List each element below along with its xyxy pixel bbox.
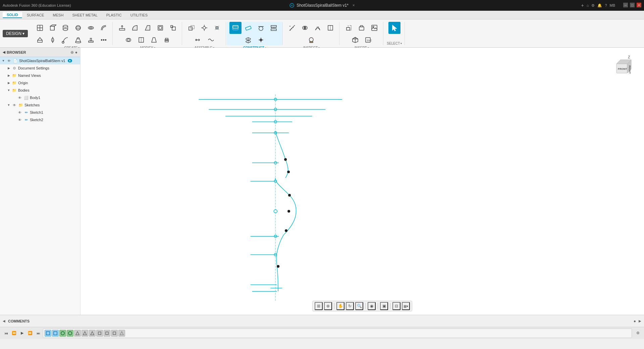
sketches-visibility-icon[interactable]: 👁 <box>12 102 17 108</box>
close-tab-icon[interactable]: × <box>353 3 355 8</box>
insert-svg-button[interactable]: SVG <box>362 34 374 46</box>
tree-item-sketch2[interactable]: 👁 ✏ Sketch2 <box>0 116 80 123</box>
sphere-button[interactable] <box>72 22 84 34</box>
box-button[interactable] <box>47 22 59 34</box>
point-at-vertex-button[interactable] <box>255 34 267 46</box>
timeline-settings-icon[interactable]: ⚙ <box>635 330 641 337</box>
tab-plastic[interactable]: PLASTIC <box>102 12 126 18</box>
comments-expand-icon[interactable]: ● <box>634 319 636 323</box>
section-analysis-button[interactable] <box>324 22 336 34</box>
tree-item-sketches[interactable]: ▼ 👁 📁 Sketches <box>0 101 80 109</box>
snap-button[interactable]: ⊕ <box>324 302 332 310</box>
press-pull-button[interactable] <box>116 22 128 34</box>
pan-button[interactable]: ✋ <box>336 302 344 310</box>
plane-at-angle-button[interactable] <box>242 22 254 34</box>
timeline-item-0[interactable] <box>45 330 51 337</box>
timeline-prev-button[interactable]: ⏪ <box>11 330 17 337</box>
home-icon[interactable]: ⌂ <box>587 3 589 7</box>
comments-collapse-icon[interactable]: ◀ <box>3 319 5 323</box>
decal-button[interactable] <box>356 22 368 34</box>
insert-mesh-button[interactable] <box>349 34 361 46</box>
timeline-item-6[interactable] <box>89 330 96 337</box>
comments-right-icon[interactable]: ▶ <box>639 319 641 323</box>
orbit-button[interactable]: ↻ <box>346 302 354 310</box>
timeline-item-4[interactable] <box>74 330 81 337</box>
user-icon[interactable]: MB <box>610 3 615 7</box>
interference-button[interactable] <box>299 22 311 34</box>
visual-style-button[interactable]: ▣ <box>380 302 388 310</box>
scale-button[interactable] <box>167 22 179 34</box>
tree-item-named-views[interactable]: ▶ 📁 Named Views <box>0 72 80 79</box>
browser-options-icon[interactable]: ● <box>75 50 77 55</box>
canvas-button[interactable] <box>368 22 380 34</box>
display-settings-button[interactable]: ◉ <box>368 302 376 310</box>
notifications-icon[interactable]: 🔔 <box>597 3 602 8</box>
timeline-start-button[interactable]: ⏮ <box>3 330 9 337</box>
insert-derive-button[interactable] <box>343 22 355 34</box>
minimize-button[interactable]: ─ <box>623 3 628 7</box>
select-group-label[interactable]: SELECT ▾ <box>387 42 402 45</box>
select-button[interactable] <box>388 22 400 34</box>
split-face-button[interactable] <box>135 34 147 46</box>
canvas-settings-button[interactable]: ⊟ <box>392 302 400 310</box>
viewport[interactable]: Z FRONT RIGHT .sketch-line { stroke: #00… <box>80 48 644 315</box>
tree-item-body1[interactable]: 👁 ⬜ Body1 <box>0 94 80 101</box>
tab-solid[interactable]: SOLID <box>3 12 22 18</box>
curvature-comb-button[interactable] <box>312 22 324 34</box>
tree-item-sketch1[interactable]: 👁 ✏ Sketch1 <box>0 109 80 116</box>
tab-mesh[interactable]: MESH <box>49 12 68 18</box>
new-component-button[interactable] <box>34 22 46 34</box>
tree-item-root[interactable]: ▼ 👁 📄 ShotGlassSpiralBallStem v1 ● <box>0 57 80 64</box>
sweep-button[interactable] <box>59 34 71 46</box>
settings-icon[interactable]: ⚙ <box>591 3 595 8</box>
zoom-button[interactable]: 🔍 <box>355 302 363 310</box>
cylinder-button[interactable] <box>59 22 71 34</box>
component-color-button[interactable] <box>305 34 317 46</box>
axis-through-cylinder-button[interactable] <box>242 34 254 46</box>
tangent-plane-button[interactable] <box>255 22 267 34</box>
grid-display-button[interactable]: ⊞ <box>315 302 323 310</box>
as-built-joint-button[interactable] <box>211 22 223 34</box>
draft-button[interactable] <box>148 34 160 46</box>
pipe-button[interactable] <box>98 22 110 34</box>
body1-visibility-icon[interactable]: 👁 <box>17 95 22 100</box>
tree-item-doc-settings[interactable]: ▶ ⚙ Document Settings <box>0 64 80 72</box>
tree-item-bodies[interactable]: ▼ 📁 Bodies <box>0 87 80 94</box>
browser-expand-icon[interactable]: ⊕ <box>70 50 74 55</box>
timeline-play-button[interactable]: ▶ <box>19 330 25 337</box>
tab-surface[interactable]: SURFACE <box>23 12 48 18</box>
sketch2-visibility-icon[interactable]: 👁 <box>17 117 22 122</box>
revolve-button[interactable] <box>47 34 59 46</box>
grid-settings-button[interactable]: ▦▾ <box>402 302 410 310</box>
timeline-next-button[interactable]: ⏩ <box>27 330 34 337</box>
design-dropdown[interactable]: DESIGN ▾ <box>3 30 28 37</box>
timeline-item-5[interactable] <box>82 330 88 337</box>
help-icon[interactable]: ? <box>605 3 607 7</box>
extrude-button[interactable] <box>34 34 46 46</box>
more-create-button[interactable] <box>98 34 110 46</box>
align-button[interactable] <box>161 34 173 46</box>
timeline-item-7[interactable] <box>96 330 103 337</box>
close-button[interactable]: ✕ <box>637 3 641 7</box>
chamfer-button[interactable] <box>142 22 154 34</box>
sketch1-visibility-icon[interactable]: 👁 <box>17 110 22 115</box>
add-tab-icon[interactable]: + <box>581 3 584 8</box>
motion-link-button[interactable] <box>205 34 217 46</box>
timeline-end-button[interactable]: ⏭ <box>35 330 42 337</box>
combine-button[interactable] <box>122 34 135 46</box>
joint-button[interactable] <box>198 22 210 34</box>
timeline-item-1[interactable] <box>52 330 59 337</box>
timeline-item-2[interactable] <box>59 330 66 337</box>
tab-sheet-metal[interactable]: SHEET METAL <box>68 12 101 18</box>
torus-button[interactable] <box>85 22 97 34</box>
browser-collapse-icon[interactable]: ◀ <box>3 50 5 54</box>
new-component-btn[interactable] <box>185 22 198 34</box>
tab-utilities[interactable]: UTILITIES <box>126 12 152 18</box>
fillet-button[interactable] <box>129 22 141 34</box>
timeline-item-10[interactable] <box>118 330 125 337</box>
offset-plane-button[interactable] <box>229 22 241 34</box>
maximize-button[interactable]: □ <box>630 3 635 7</box>
timeline-item-8[interactable] <box>104 330 110 337</box>
tree-item-origin[interactable]: ▶ 📁 Origin <box>0 79 80 87</box>
timeline-item-3[interactable] <box>67 330 73 337</box>
